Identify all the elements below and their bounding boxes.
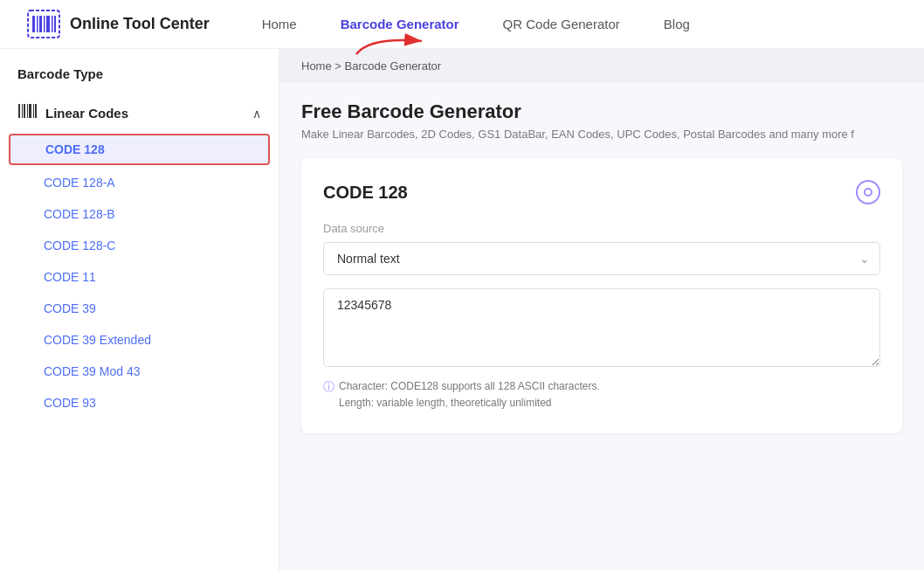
barcode-card: CODE 128 Data source Normal text Hex Bas… (301, 158, 902, 433)
sidebar: Barcode Type Linear Codes (0, 49, 279, 571)
nav-qr-code-generator[interactable]: QR Code Generator (503, 17, 620, 31)
svg-rect-2 (37, 16, 38, 32)
data-source-select[interactable]: Normal text Hex Base64 (323, 242, 880, 275)
sidebar-item-code128c[interactable]: CODE 128-C (0, 230, 279, 261)
logo-icon (26, 9, 61, 39)
sidebar-item-code39mod43[interactable]: CODE 39 Mod 43 (0, 356, 279, 387)
breadcrumb-home[interactable]: Home (301, 59, 332, 73)
sidebar-item-code128b[interactable]: CODE 128-B (0, 198, 279, 230)
logo-text: Online Tool Center (70, 15, 210, 33)
info-text: ⓘ Character: CODE128 supports all 128 AS… (323, 378, 880, 411)
barcode-card-header: CODE 128 (323, 180, 880, 204)
content-area: Home > Barcode Generator Free Barcode Ge… (279, 49, 924, 571)
svg-rect-10 (22, 104, 23, 118)
sidebar-item-code39[interactable]: CODE 39 (0, 293, 279, 324)
info-line1: Character: CODE128 supports all 128 ASCI… (339, 378, 600, 395)
chevron-up-icon: ∧ (252, 107, 261, 121)
svg-rect-6 (52, 16, 53, 32)
info-lines: Character: CODE128 supports all 128 ASCI… (339, 378, 600, 411)
sidebar-group-label: Linear Codes (45, 106, 128, 121)
header: Online Tool Center Home Barcode Generato… (0, 0, 924, 49)
svg-rect-3 (39, 16, 42, 32)
svg-rect-9 (18, 104, 20, 118)
svg-rect-11 (24, 104, 25, 118)
data-source-label: Data source (323, 222, 880, 235)
content-inner: Free Barcode Generator Make Linear Barco… (279, 83, 924, 451)
nav-home[interactable]: Home (262, 17, 297, 31)
svg-rect-7 (54, 16, 56, 32)
nav-barcode-generator[interactable]: Barcode Generator (341, 17, 459, 31)
main-layout: Barcode Type Linear Codes (0, 49, 924, 571)
main-nav: Home Barcode Generator QR Code Generator… (262, 17, 898, 31)
sidebar-group-header[interactable]: Linear Codes ∧ (0, 94, 279, 132)
data-source-wrapper: Normal text Hex Base64 ⌄ (323, 242, 880, 275)
svg-rect-4 (44, 16, 45, 32)
settings-icon[interactable] (856, 180, 880, 204)
svg-rect-13 (29, 104, 31, 118)
barcode-card-title: CODE 128 (323, 183, 408, 203)
nav-blog[interactable]: Blog (664, 17, 690, 31)
barcode-text-input[interactable]: 12345678 (323, 288, 880, 367)
settings-circle-icon (864, 188, 872, 197)
svg-rect-5 (46, 16, 50, 32)
breadcrumb-current: Barcode Generator (345, 59, 442, 73)
svg-rect-1 (32, 16, 35, 32)
sidebar-section-title: Barcode Type (0, 66, 279, 94)
sidebar-item-code11[interactable]: CODE 11 (0, 261, 279, 293)
svg-rect-12 (27, 104, 28, 118)
barcode-group-icon (17, 103, 37, 123)
sidebar-item-code128[interactable]: CODE 128 (9, 134, 270, 165)
page-title: Free Barcode Generator (301, 100, 902, 123)
sidebar-item-code39ext[interactable]: CODE 39 Extended (0, 324, 279, 356)
breadcrumb: Home > Barcode Generator (279, 49, 924, 83)
info-icon: ⓘ (323, 379, 334, 395)
info-line2: Length: variable length, theoretically u… (339, 395, 600, 411)
sidebar-item-code128a[interactable]: CODE 128-A (0, 167, 279, 198)
sidebar-item-code93[interactable]: CODE 93 (0, 387, 279, 418)
svg-rect-14 (33, 104, 34, 118)
page-subtitle: Make Linear Barcodes, 2D Codes, GS1 Data… (301, 128, 902, 141)
breadcrumb-separator: > (334, 59, 341, 73)
logo-area: Online Tool Center (26, 9, 210, 39)
sidebar-group-header-left: Linear Codes (17, 103, 128, 123)
svg-rect-15 (35, 104, 37, 118)
